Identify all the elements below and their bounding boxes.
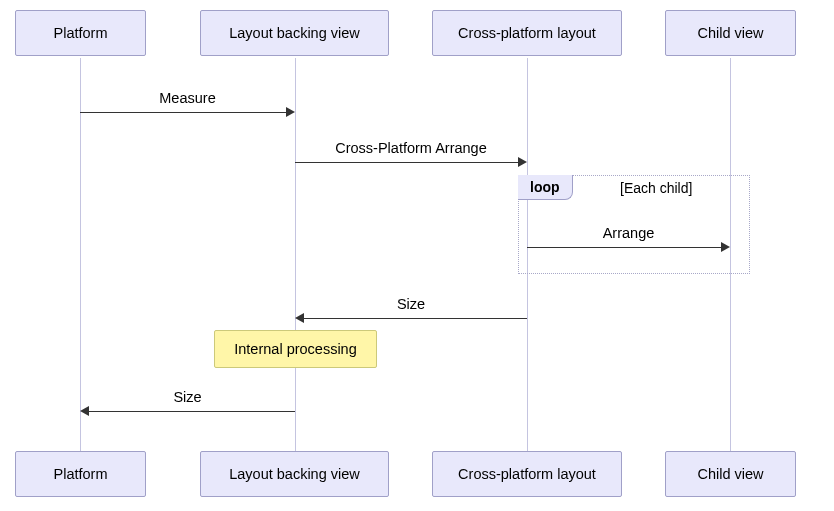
arrow-left-icon	[80, 406, 89, 416]
loop-tag: loop	[518, 175, 573, 200]
participant-label: Child view	[697, 25, 763, 41]
message-arrange-label: Arrange	[527, 225, 730, 241]
participant-label: Platform	[54, 25, 108, 41]
participant-cross-platform-layout-bottom: Cross-platform layout	[432, 451, 622, 497]
participant-child-view-bottom: Child view	[665, 451, 796, 497]
arrow-right-icon	[286, 107, 295, 117]
message-measure-label: Measure	[80, 90, 295, 106]
participant-platform-bottom: Platform	[15, 451, 146, 497]
participant-layout-backing-view-bottom: Layout backing view	[200, 451, 389, 497]
message-cross-platform-arrange-label: Cross-Platform Arrange	[295, 140, 527, 156]
message-cross-platform-arrange-line	[295, 162, 518, 163]
arrow-left-icon	[295, 313, 304, 323]
loop-condition: [Each child]	[620, 180, 692, 196]
message-size-1-line	[304, 318, 527, 319]
participant-label: Platform	[54, 466, 108, 482]
message-size-2-label: Size	[80, 389, 295, 405]
participant-child-view-top: Child view	[665, 10, 796, 56]
participant-label: Cross-platform layout	[458, 466, 596, 482]
participant-label: Cross-platform layout	[458, 25, 596, 41]
arrow-right-icon	[721, 242, 730, 252]
participant-layout-backing-view-top: Layout backing view	[200, 10, 389, 56]
message-measure-line	[80, 112, 286, 113]
participant-label: Layout backing view	[229, 25, 360, 41]
arrow-right-icon	[518, 157, 527, 167]
participant-label: Child view	[697, 466, 763, 482]
participant-cross-platform-layout-top: Cross-platform layout	[432, 10, 622, 56]
participant-platform-top: Platform	[15, 10, 146, 56]
participant-label: Layout backing view	[229, 466, 360, 482]
note-internal-processing: Internal processing	[214, 330, 377, 368]
loop-tag-label: loop	[530, 179, 560, 195]
message-size-2-line	[89, 411, 295, 412]
note-label: Internal processing	[234, 341, 357, 357]
message-size-1-label: Size	[295, 296, 527, 312]
message-arrange-line	[527, 247, 721, 248]
lifeline-layout-backing-view	[295, 58, 296, 451]
